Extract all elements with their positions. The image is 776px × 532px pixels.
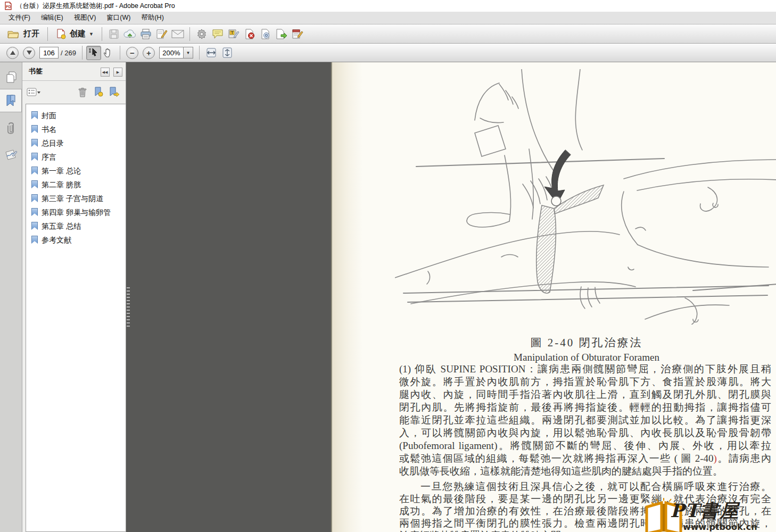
bookmark-item[interactable]: 总目录 <box>31 136 123 150</box>
bookmark-item[interactable]: 第一章 总论 <box>31 164 123 178</box>
fit-width-icon <box>205 47 217 58</box>
create-button[interactable]: 创建 ▼ <box>52 27 98 41</box>
fit-page-icon <box>222 47 233 58</box>
menu-item[interactable]: 帮助(H) <box>136 12 169 24</box>
bookmark-icon <box>31 222 38 230</box>
page-number-input[interactable] <box>39 47 59 59</box>
bookmark-item[interactable]: 书名 <box>31 122 123 136</box>
fit-page-button[interactable] <box>219 45 235 60</box>
pdf-page: 圖 2-40 閉孔治療法 Manipulation of Obturator F… <box>331 62 776 532</box>
new-bookmark-icon <box>94 87 103 97</box>
options-menu-button[interactable] <box>27 86 40 98</box>
options-icon <box>27 87 40 97</box>
previous-page-button[interactable] <box>6 47 19 59</box>
tab-signatures[interactable] <box>0 143 22 167</box>
pdf-file-icon: PD <box>4 2 12 10</box>
tab-bookmarks[interactable] <box>0 89 22 112</box>
bookmark-actions-icon <box>109 87 120 97</box>
panel-resize-handle[interactable] <box>127 287 130 327</box>
bookmarks-toolbar <box>22 81 126 103</box>
cloud-upload-button[interactable] <box>122 27 138 41</box>
text-line: (1) 仰臥 SUPINE POSITION：讓病患兩側髖關節彎屈，治療側的下肢… <box>399 363 771 376</box>
bookmark-icon <box>31 180 38 188</box>
figure-caption-zh: 圖 2-40 閉孔治療法 <box>390 335 776 350</box>
paragraph-1: (1) 仰臥 SUPINE POSITION：讓病患兩側髖關節彎屈，治療側的下肢… <box>399 363 771 478</box>
bookmark-label: 第三章 子宫与阴道 <box>42 194 103 203</box>
bookmark-label: 书名 <box>42 124 56 134</box>
next-page-button[interactable] <box>23 47 35 59</box>
bookmark-item[interactable]: 第三章 子宫与阴道 <box>31 192 123 205</box>
customize-button[interactable] <box>194 27 210 41</box>
pages-icon <box>5 71 17 84</box>
collapse-panel-button[interactable]: ◀◀ <box>101 68 110 77</box>
text-line: 一旦您熟練這個技術且深具信心之後，就可以配合橫膈呼吸來進行治療。 <box>399 480 771 493</box>
tab-page-thumbnails[interactable] <box>0 65 22 89</box>
text-line: 微外旋。將手置於內收肌前方，拇指置於恥骨肌下方、食指置於股薄肌。將大 <box>399 376 771 388</box>
chevron-down-icon: ▼ <box>89 31 94 37</box>
select-tool-button[interactable] <box>86 46 101 60</box>
zoom-out-icon: − <box>130 49 135 57</box>
menu-item[interactable]: 编辑(E) <box>36 12 69 24</box>
bookmark-label: 序言 <box>42 152 56 162</box>
title-bar: PD （台版）泌尿生殖系统鬆弛術.pdf - Adobe Acrobat Pro <box>0 0 776 12</box>
open-button[interactable]: 打开 <box>3 27 44 41</box>
delete-bookmark-button[interactable] <box>76 86 89 98</box>
zoom-level-value[interactable]: 200% <box>159 47 184 59</box>
open-folder-icon <box>7 29 20 39</box>
text-line: 或鬆弛這個區域的組織，每鬆弛一次就將拇指再深入一些 ( 圖 2-40)。請病患內 <box>399 452 771 465</box>
hand-tool-button[interactable] <box>101 46 116 60</box>
menu-item[interactable]: 窗口(W) <box>101 12 136 24</box>
save-button[interactable] <box>106 27 122 41</box>
print-button[interactable] <box>138 27 154 41</box>
menu-item[interactable]: 视图(V) <box>69 12 102 24</box>
navigation-pane-strip <box>0 62 22 532</box>
zoom-in-button[interactable]: + <box>143 47 155 59</box>
attach-file-button[interactable] <box>258 27 274 41</box>
bookmark-item[interactable]: 第四章 卵巢与输卵管 <box>31 205 123 219</box>
text-line: (Pubofemoral ligament)。將髖關節不斷的彎屈、後伸、內展、外… <box>399 439 771 452</box>
main-area: 书签 ◀◀ ▶ <box>0 62 776 532</box>
email-button[interactable] <box>170 27 186 41</box>
svg-text:T: T <box>231 31 234 35</box>
tab-attachments[interactable] <box>0 117 22 140</box>
bookmark-icon <box>31 236 38 244</box>
bookmark-icon <box>31 208 38 216</box>
print-icon <box>140 29 152 39</box>
toolbar-separator <box>199 46 200 60</box>
text-line: 收肌做等長收縮，這樣就能清楚地得知這些肌肉的腱結處與手指的位置。 <box>399 465 771 478</box>
bookmarks-panel-header: 书签 ◀◀ ▶ <box>22 62 126 81</box>
comment-icon <box>212 29 224 39</box>
bookmark-item[interactable]: 封面 <box>31 109 123 122</box>
bookmark-item[interactable]: 第二章 膀胱 <box>31 178 123 192</box>
zoom-dropdown-button[interactable]: ▼ <box>184 47 193 59</box>
figure-reference-link[interactable]: ) <box>714 453 717 464</box>
toolbar-separator <box>120 46 120 60</box>
fit-width-button[interactable] <box>203 45 219 60</box>
comment-button[interactable] <box>210 27 226 41</box>
bookmarks-panel-title: 书签 <box>29 66 43 76</box>
previous-page-icon <box>10 51 15 55</box>
page-gutter-shadow <box>332 62 363 532</box>
acrobat-window: PD （台版）泌尿生殖系统鬆弛術.pdf - Adobe Acrobat Pro… <box>0 0 776 532</box>
bookmark-item[interactable]: 第五章 总结 <box>31 219 123 233</box>
expand-panel-button[interactable]: ▶ <box>113 68 122 77</box>
zoom-out-button[interactable]: − <box>126 47 138 59</box>
signatures-icon <box>5 149 18 161</box>
bookmark-item[interactable]: 序言 <box>31 150 123 164</box>
forms-button[interactable] <box>290 27 306 41</box>
highlight-text-button[interactable]: T <box>226 27 242 41</box>
bookmark-item[interactable]: 参考文献 <box>31 233 123 247</box>
delete-pages-button[interactable] <box>242 27 258 41</box>
document-area[interactable]: 圖 2-40 閉孔治療法 Manipulation of Obturator F… <box>126 62 776 532</box>
sign-button[interactable] <box>154 27 170 41</box>
attach-file-icon <box>260 29 271 39</box>
menu-item[interactable]: 文件(F) <box>3 12 36 24</box>
watermark-name: PT書屋 <box>670 498 739 523</box>
export-button[interactable] <box>274 27 290 41</box>
bookmark-label: 第二章 膀胱 <box>42 180 81 189</box>
bookmark-actions-button[interactable] <box>108 86 121 98</box>
toolbar-separator <box>82 46 82 60</box>
bookmark-label: 第四章 卵巢与输卵管 <box>42 207 111 217</box>
new-bookmark-button[interactable] <box>92 86 105 98</box>
bookmarks-panel: 书签 ◀◀ ▶ <box>22 62 126 532</box>
